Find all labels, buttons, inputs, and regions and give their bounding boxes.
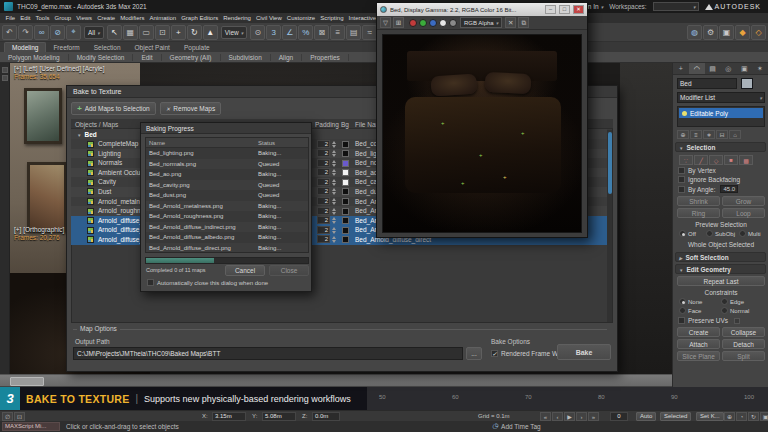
selection-filter-dropdown[interactable]: All <box>84 26 104 39</box>
render-production-icon[interactable]: ◆ <box>735 25 750 40</box>
background-color-swatch[interactable] <box>342 236 349 243</box>
menu-modifiers[interactable]: Modifiers <box>118 15 147 21</box>
background-color-swatch[interactable] <box>342 208 349 215</box>
angle-snap-icon[interactable]: ∠ <box>282 25 297 40</box>
ribbon-tab-modeling[interactable]: Modeling <box>4 42 46 52</box>
constraint-face-radio[interactable]: Face <box>679 307 701 314</box>
preview-subobj-radio[interactable]: SubObj <box>706 230 735 237</box>
alpha-channel-icon[interactable] <box>449 19 457 27</box>
tree-collapse-icon[interactable] <box>77 131 81 138</box>
modifier-stack-item-editable-poly[interactable]: Editable Poly <box>679 108 763 118</box>
background-color-swatch[interactable] <box>342 169 349 176</box>
progress-row[interactable]: Bed_Arnold_diffuse_albedo.pngBaking... <box>146 232 308 243</box>
ribbon-panel-subdivision[interactable]: Subdivision <box>221 54 271 61</box>
save-image-icon[interactable]: ▽ <box>380 17 391 28</box>
align-icon[interactable]: ≡ <box>330 25 345 40</box>
progress-row[interactable]: Bed_lighting.pngBaking... <box>146 148 308 159</box>
configure-modifier-sets-icon[interactable]: ⌂ <box>729 130 741 139</box>
column-objects-maps[interactable]: Objects / Maps <box>75 121 118 128</box>
progress-row[interactable]: Bed_Arnold_metalness.pngBaking... <box>146 201 308 212</box>
green-channel-icon[interactable] <box>419 19 427 27</box>
isolate-selection-icon[interactable]: ∅ <box>2 412 13 421</box>
remove-modifier-icon[interactable]: ⊟ <box>716 130 728 139</box>
blue-channel-icon[interactable] <box>429 19 437 27</box>
padding-spinner[interactable] <box>332 235 337 243</box>
snap-toggle-icon[interactable]: 3 <box>266 25 281 40</box>
padding-spinner[interactable] <box>332 226 337 234</box>
background-color-swatch[interactable] <box>342 179 349 186</box>
reference-coordinate-dropdown[interactable]: View <box>221 26 248 39</box>
play-icon[interactable]: ▶ <box>564 412 575 421</box>
pin-stack-icon[interactable]: ⊕ <box>677 130 689 139</box>
polygon-mode-icon[interactable]: ■ <box>724 155 738 165</box>
padding-spinner[interactable] <box>332 197 337 205</box>
close-icon[interactable] <box>573 5 584 14</box>
go-to-start-icon[interactable]: « <box>540 412 551 421</box>
clear-rendering-icon[interactable]: ✕ <box>505 17 516 28</box>
preserve-uvs-checkbox[interactable]: Preserve UVs <box>678 317 740 324</box>
table-scrollbar[interactable] <box>607 130 612 322</box>
redo-icon[interactable]: ↷ <box>18 25 33 40</box>
time-slider[interactable] <box>0 374 672 387</box>
menu-file[interactable]: File <box>3 15 18 21</box>
time-slider-handle[interactable] <box>10 377 44 386</box>
maximize-viewport-icon[interactable]: ▣ <box>760 412 768 421</box>
menu-interactive[interactable]: Interactive <box>346 15 379 21</box>
ribbon-tab-freeform[interactable]: Freeform <box>46 43 86 52</box>
padding-spinner[interactable] <box>332 149 337 157</box>
preview-off-radio[interactable]: Off <box>679 230 696 237</box>
bind-to-space-warp-icon[interactable]: ⌖ <box>66 25 81 40</box>
mirror-icon[interactable]: ⊠ <box>314 25 329 40</box>
output-path-field[interactable]: C:\JM\Projects\JMTheia\THC09\Baked Maps\… <box>73 347 463 360</box>
constraint-edge-radio[interactable]: Edge <box>721 298 744 305</box>
layout-tab-icon[interactable] <box>2 67 8 73</box>
column-name[interactable]: Name <box>149 140 165 146</box>
next-frame-icon[interactable]: › <box>576 412 587 421</box>
angle-value-field[interactable]: 45.0 <box>720 185 738 193</box>
repeat-last-button[interactable]: Repeat Last <box>677 276 765 286</box>
percent-snap-icon[interactable]: % <box>298 25 313 40</box>
border-mode-icon[interactable]: ◇ <box>709 155 723 165</box>
ring-button[interactable]: Ring <box>677 208 720 218</box>
browse-button[interactable]: ... <box>466 347 482 360</box>
ribbon-panel-modify-selection[interactable]: Modify Selection <box>69 54 134 61</box>
menu-animation[interactable]: Animation <box>147 15 179 21</box>
element-mode-icon[interactable]: ▩ <box>739 155 753 165</box>
background-color-swatch[interactable] <box>342 188 349 195</box>
minimize-button[interactable] <box>545 5 556 14</box>
selection-rollout-header[interactable]: Selection <box>675 142 766 152</box>
material-editor-icon[interactable]: ◍ <box>687 25 702 40</box>
maxscript-mini-listener[interactable]: MAXScript Mi... <box>2 422 60 431</box>
tab-display[interactable]: ▣ <box>736 63 752 74</box>
padding-field[interactable]: 2 <box>317 140 330 148</box>
clone-rfw-icon[interactable]: ⧉ <box>518 17 529 28</box>
layout-tab-icon[interactable] <box>2 75 8 81</box>
ribbon-panel-geometry-all-[interactable]: Geometry (All) <box>162 54 221 61</box>
tab-create[interactable]: + <box>673 63 689 74</box>
edge-mode-icon[interactable]: ╱ <box>694 155 708 165</box>
soft-selection-rollout-header[interactable]: Soft Selection <box>675 252 766 262</box>
background-color-swatch[interactable] <box>342 150 349 157</box>
show-end-result-icon[interactable]: ≡ <box>690 130 702 139</box>
create-button[interactable]: Create <box>677 327 720 337</box>
viewport-label-ortho[interactable]: [+] [Orthographic] <box>14 226 64 233</box>
menu-scripting[interactable]: Scripting <box>318 15 346 21</box>
menu-customize[interactable]: Customize <box>284 15 317 21</box>
padding-field[interactable]: 2 <box>317 149 330 157</box>
use-center-icon[interactable]: ⊙ <box>250 25 265 40</box>
field-of-view-icon[interactable]: ◔ <box>736 412 747 421</box>
progress-row[interactable]: Bed_Arnold_diffuse_indirect.pngBaking... <box>146 222 308 233</box>
orbit-icon[interactable]: ↻ <box>748 412 759 421</box>
select-object-icon[interactable]: ↖ <box>107 25 122 40</box>
previous-frame-icon[interactable]: ‹ <box>552 412 563 421</box>
grow-button[interactable]: Grow <box>722 196 765 206</box>
object-color-swatch[interactable] <box>741 78 753 89</box>
curve-editor-icon[interactable]: ≈ <box>362 25 377 40</box>
auto-close-checkbox[interactable]: Automatically close this dialog when don… <box>147 279 268 286</box>
selection-lock-icon[interactable]: ⊡ <box>14 412 25 421</box>
selected-key-dropdown[interactable]: Selected <box>660 412 691 421</box>
ribbon-tab-selection[interactable]: Selection <box>87 43 128 52</box>
z-coordinate-field[interactable]: 0.0m <box>312 412 340 421</box>
padding-spinner[interactable] <box>332 207 337 215</box>
workspaces-dropdown[interactable] <box>653 2 699 11</box>
